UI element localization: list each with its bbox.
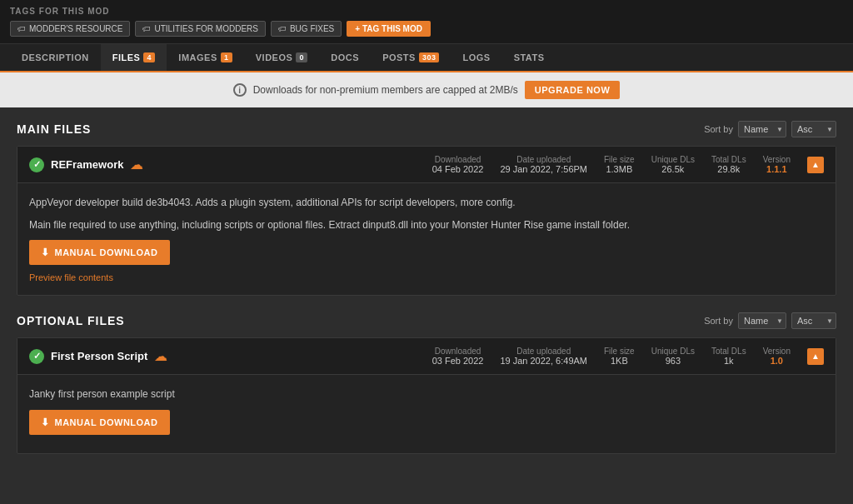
tag-this-mod-button[interactable]: + TAG THIS MOD [347,21,431,37]
check-icon [29,157,44,172]
main-files-header: MAIN FILES Sort by Name Date Size Asc De… [17,121,836,137]
download-icon [41,247,50,258]
main-files-title: MAIN FILES [17,122,91,136]
tab-stats[interactable]: STATS [502,44,556,72]
optional-meta-version: Version 1.0 [763,347,791,366]
optional-file-card: First Person Script ☁ Downloaded 03 Feb … [17,337,836,453]
main-files-sort-select[interactable]: Name Date Size [738,121,786,137]
meta-total-dls: Total DLs 29.8k [711,155,746,174]
main-file-collapse-button[interactable]: ▲ [807,157,824,173]
tag-this-mod-label: + TAG THIS MOD [355,24,422,33]
optional-file-manual-download-button[interactable]: MANUAL DOWNLOAD [29,410,170,435]
optional-cloud-icon: ☁ [154,348,167,364]
optional-file-meta: Downloaded 03 Feb 2022 Date uploaded 19 … [432,347,824,366]
main-file-card-header: REFramework ☁ Downloaded 04 Feb 2022 Dat… [17,147,836,183]
tag-utilities-for-modders[interactable]: 🏷 UTILITIES FOR MODDERS [135,21,265,37]
tag-icon-2: 🏷 [142,24,151,33]
optional-files-sort-order-select[interactable]: Asc Desc [791,312,836,329]
optional-files-title: OPTIONAL FILES [17,314,125,327]
optional-file-collapse-button[interactable]: ▲ [807,348,824,365]
main-file-meta: Downloaded 04 Feb 2022 Date uploaded 29 … [432,155,824,174]
main-files-section: MAIN FILES Sort by Name Date Size Asc De… [17,121,836,296]
optional-file-name-row: First Person Script ☁ [29,348,167,364]
main-files-sort-order-select[interactable]: Asc Desc [791,121,836,137]
meta-file-size: File size 1.3MB [604,155,635,174]
meta-unique-dls: Unique DLs 26.5k [651,155,695,174]
main-files-sort-controls: Sort by Name Date Size Asc Desc [704,121,836,137]
info-icon: i [233,83,247,97]
optional-download-icon [41,417,50,428]
optional-files-sort-select-wrap[interactable]: Name Date Size [738,312,786,329]
tags-label: TAGS FOR THIS MOD [10,7,843,16]
optional-check-icon [29,349,44,364]
main-file-manual-download-button[interactable]: MANUAL DOWNLOAD [29,240,170,265]
optional-files-sort-order-wrap[interactable]: Asc Desc [791,312,836,329]
optional-meta-file-size: File size 1KB [604,347,635,366]
cloud-icon: ☁ [130,157,143,172]
meta-date-uploaded: Date uploaded 29 Jan 2022, 7:56PM [500,155,587,174]
tags-container: 🏷 MODDER'S RESOURCE 🏷 UTILITIES FOR MODD… [10,21,843,37]
optional-files-sort-controls: Sort by Name Date Size Asc Desc [704,312,836,329]
optional-meta-total-dls: Total DLs 1k [711,347,746,366]
nav-tabs: DESCRIPTION FILES 4 IMAGES 1 VIDEOS 0 DO… [0,44,853,72]
tab-videos[interactable]: VIDEOS 0 [244,44,320,72]
tab-badge-files: 4 [143,52,155,62]
tab-description[interactable]: DESCRIPTION [10,44,101,72]
tag-modders-resource[interactable]: 🏷 MODDER'S RESOURCE [10,21,130,37]
optional-meta-downloaded: Downloaded 03 Feb 2022 [432,347,484,366]
main-file-desc1: AppVeyor developer build de3b4043. Adds … [29,195,824,211]
tab-badge-posts: 303 [419,52,440,62]
tab-files[interactable]: FILES 4 [101,44,167,72]
tags-bar: TAGS FOR THIS MOD 🏷 MODDER'S RESOURCE 🏷 … [0,0,853,44]
upgrade-now-button[interactable]: UPGRADE NOW [525,81,620,99]
tab-badge-videos: 0 [296,52,307,62]
optional-files-header: OPTIONAL FILES Sort by Name Date Size As… [17,312,836,329]
main-files-sort-label: Sort by [704,124,733,134]
main-file-desc2: Main file required to use anything, incl… [29,217,824,233]
optional-meta-date-uploaded: Date uploaded 19 Jan 2022, 6:49AM [500,347,587,366]
tag-icon-3: 🏷 [278,24,287,33]
preview-file-contents-link[interactable]: Preview file contents [29,272,113,282]
optional-download-btn-label: MANUAL DOWNLOAD [55,417,158,427]
optional-file-card-header: First Person Script ☁ Downloaded 03 Feb … [17,338,836,375]
main-file-card: REFramework ☁ Downloaded 04 Feb 2022 Dat… [17,146,836,296]
tab-posts[interactable]: POSTS 303 [371,44,451,72]
optional-files-section: OPTIONAL FILES Sort by Name Date Size As… [17,312,836,453]
tab-images[interactable]: IMAGES 1 [167,44,243,72]
main-files-sort-select-wrap[interactable]: Name Date Size [738,121,786,137]
main-file-name-row: REFramework ☁ [29,157,143,172]
main-file-name: REFramework [51,158,123,171]
optional-file-desc1: Janky first person example script [29,387,824,402]
tab-badge-images: 1 [221,52,232,62]
tag-text-1: MODDER'S RESOURCE [29,24,122,33]
tag-text-3: BUG FIXES [290,24,334,33]
tab-logs[interactable]: LOGS [451,44,501,72]
meta-version: Version 1.1.1 [763,155,791,174]
optional-files-sort-label: Sort by [704,316,733,326]
tab-docs[interactable]: DOCS [319,44,371,72]
meta-downloaded: Downloaded 04 Feb 2022 [432,155,484,174]
main-files-sort-order-wrap[interactable]: Asc Desc [791,121,836,137]
main-content: MAIN FILES Sort by Name Date Size Asc De… [0,107,853,481]
tag-bug-fixes[interactable]: 🏷 BUG FIXES [271,21,342,37]
optional-files-sort-select[interactable]: Name Date Size [738,312,786,329]
optional-file-card-body: Janky first person example script MANUAL… [17,375,836,452]
optional-file-name: First Person Script [51,350,147,362]
optional-meta-unique-dls: Unique DLs 963 [651,347,695,366]
tag-text-2: UTILITIES FOR MODDERS [154,24,257,33]
info-banner: i Downloads for non-premium members are … [0,72,853,107]
banner-text: Downloads for non-premium members are ca… [253,84,518,96]
main-download-btn-label: MANUAL DOWNLOAD [55,247,158,257]
tag-icon-1: 🏷 [17,24,26,33]
main-file-card-body: AppVeyor developer build de3b4043. Adds … [17,183,836,295]
